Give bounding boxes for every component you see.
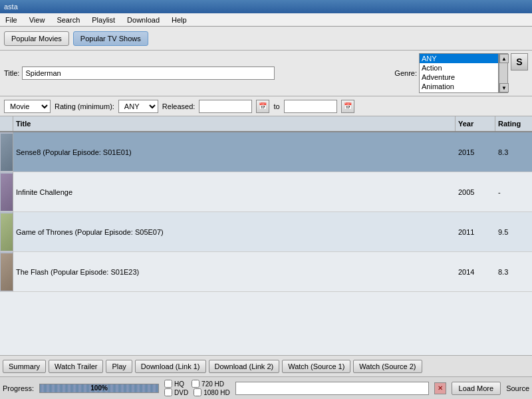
row-rating: 8.3 (495, 268, 532, 276)
hd720-label: 720 HD (201, 380, 224, 388)
from-date-input[interactable] (199, 100, 252, 113)
table-header: Title Year Rating (0, 116, 532, 132)
genre-option-action[interactable]: Action (420, 63, 498, 72)
download-link2-button[interactable]: Download (Link 2) (209, 360, 280, 373)
search-go-button[interactable]: S (511, 53, 528, 70)
status-bar: Progress: 100% HQ 720 HD DVD 1080 HD ✕ L… (0, 376, 532, 399)
row-year: 2005 (456, 188, 495, 196)
menu-file[interactable]: File (3, 15, 20, 25)
row-thumbnail (0, 252, 13, 291)
progress-value: 100% (40, 384, 158, 392)
source-label: Source (506, 384, 529, 392)
type-select[interactable]: Movie TV Show Episode (4, 100, 51, 113)
row-thumbnail (0, 212, 13, 251)
row-title: The Flash (Popular Episode: S01E23) (13, 268, 456, 276)
hq-checkbox[interactable] (164, 380, 172, 388)
menu-download[interactable]: Download (124, 15, 162, 25)
to-date-calendar-button[interactable]: 📅 (341, 100, 354, 113)
row-year: 2015 (456, 148, 495, 156)
row-image (1, 134, 13, 171)
genre-scroll-up[interactable]: ▲ (499, 54, 509, 63)
col-title-header: Title (13, 116, 456, 131)
from-date-calendar-button[interactable]: 📅 (256, 100, 269, 113)
title-input[interactable] (22, 66, 275, 80)
row-thumbnail (0, 132, 13, 172)
title-label: Title: (4, 69, 19, 77)
table-row[interactable]: Sense8 (Popular Episode: S01E01) 2015 8.… (0, 132, 532, 172)
popular-movies-tab[interactable]: Popular Movies (4, 31, 69, 46)
row-title: Game of Thrones (Popular Episode: S05E07… (13, 228, 456, 236)
genre-option-adventure[interactable]: Adventure (420, 72, 498, 82)
rating-label: Rating (minimum): (55, 102, 114, 110)
hq-label: HQ (174, 380, 184, 388)
load-more-button[interactable]: Load More (452, 382, 501, 395)
watch-source1-button[interactable]: Watch (Source 1) (282, 360, 350, 373)
table-row[interactable]: The Flash (Popular Episode: S01E23) 2014… (0, 252, 532, 292)
row-image (1, 213, 13, 251)
progress-bar: 100% (39, 384, 159, 393)
row-year: 2011 (456, 228, 495, 236)
hd1080-label: 1080 HD (203, 389, 229, 396)
row-rating: - (495, 188, 532, 196)
hd1080-checkbox[interactable] (194, 388, 201, 396)
to-label: to (273, 102, 279, 110)
action-buttons-bar: Summary Watch Trailer Play Download (Lin… (0, 355, 532, 376)
col-thumb-header (0, 116, 13, 131)
row-title: Sense8 (Popular Episode: S01E01) (13, 148, 456, 156)
col-year-header: Year (456, 116, 495, 131)
menu-search[interactable]: Search (54, 15, 82, 25)
genre-label: Genre: (394, 69, 417, 77)
released-label: Released: (162, 102, 196, 110)
row-year: 2014 (456, 268, 495, 276)
row-title: Infinite Challenge (13, 188, 456, 196)
popular-tv-shows-tab[interactable]: Popular TV Shows (73, 31, 148, 46)
table-body: Sense8 (Popular Episode: S01E01) 2015 8.… (0, 132, 532, 355)
source-url-input[interactable] (235, 382, 429, 395)
row-thumbnail (0, 172, 13, 211)
genre-scrollbar: ▲ ▼ (499, 53, 508, 93)
table-row[interactable]: Infinite Challenge 2005 - (0, 172, 532, 212)
col-rating-header: Rating (495, 116, 532, 131)
genre-option-any[interactable]: ANY (420, 54, 498, 63)
play-button[interactable]: Play (106, 360, 132, 373)
genre-dropdown[interactable]: ANY Action Adventure Animation (419, 53, 499, 93)
rating-select[interactable]: ANY 5 6 7 8 9 (118, 100, 158, 113)
summary-button[interactable]: Summary (3, 360, 46, 373)
app-title: asta (4, 3, 18, 11)
to-date-input[interactable] (284, 100, 337, 113)
progress-label: Progress: (3, 384, 34, 392)
clear-url-button[interactable]: ✕ (434, 382, 446, 394)
row-rating: 9.5 (495, 228, 532, 236)
watch-trailer-button[interactable]: Watch Trailer (49, 360, 103, 373)
row-rating: 8.3 (495, 148, 532, 156)
quality-options: HQ 720 HD DVD 1080 HD (164, 380, 230, 396)
genre-scroll-down[interactable]: ▼ (499, 83, 509, 92)
dvd-label: DVD (174, 389, 188, 396)
row-image (1, 253, 13, 291)
genre-option-animation[interactable]: Animation (420, 82, 498, 91)
menu-view[interactable]: View (27, 15, 48, 25)
menu-help[interactable]: Help (169, 15, 190, 25)
menu-playlist[interactable]: Playlist (89, 15, 118, 25)
hd720-checkbox[interactable] (192, 380, 200, 388)
watch-source2-button[interactable]: Watch (Source 2) (353, 360, 422, 373)
download-link1-button[interactable]: Download (Link 1) (135, 360, 206, 373)
row-image (1, 174, 13, 211)
dvd-checkbox[interactable] (164, 388, 172, 396)
table-row[interactable]: Game of Thrones (Popular Episode: S05E07… (0, 212, 532, 252)
